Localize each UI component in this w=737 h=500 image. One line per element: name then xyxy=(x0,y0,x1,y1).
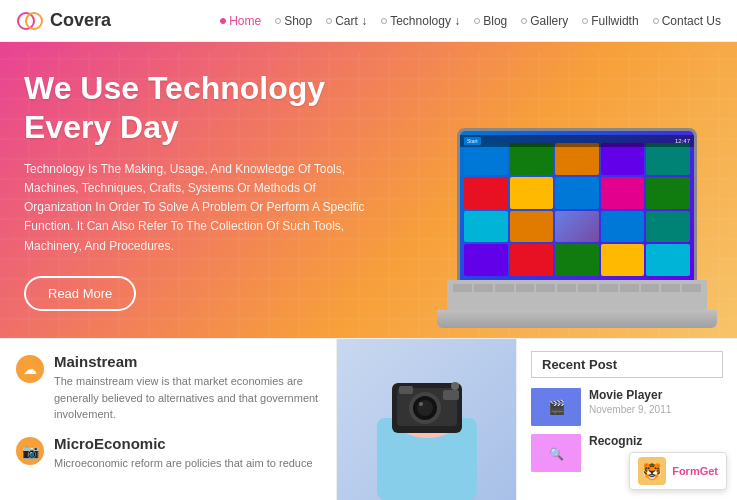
start-button: Start xyxy=(464,137,481,145)
feature-microeconomic-desc: Microeconomic reform are policies that a… xyxy=(54,455,313,472)
nav-technology[interactable]: Technology ↓ xyxy=(381,14,460,28)
tile-20 xyxy=(646,244,690,276)
tile-1 xyxy=(464,143,508,175)
post-info-recognize: Recogniz xyxy=(589,434,642,450)
post-title-recognize: Recogniz xyxy=(589,434,642,448)
svg-text:🎬: 🎬 xyxy=(548,399,566,416)
tile-15 xyxy=(646,211,690,243)
feature-mainstream-title: Mainstream xyxy=(54,353,320,370)
laptop-screen: Start 12:47 xyxy=(457,128,697,283)
tile-14 xyxy=(601,211,645,243)
nav-blog[interactable]: Blog xyxy=(474,14,507,28)
hero-description: Technology Is The Making, Usage, And Kno… xyxy=(24,160,376,256)
laptop-base xyxy=(437,310,717,328)
formget-badge: 🐯 FormGet xyxy=(629,452,727,490)
hand-camera-illustration xyxy=(347,339,507,500)
post-item-movie: 🎬 Movie Player November 9, 2011 xyxy=(531,388,723,426)
feature-mainstream-content: Mainstream The mainstream view is that m… xyxy=(54,353,320,423)
main-nav: Home Shop Cart ↓ Technology ↓ Blog Galle… xyxy=(220,14,721,28)
nav-dot xyxy=(381,18,387,24)
tile-13 xyxy=(555,211,599,243)
center-image-panel xyxy=(337,339,517,500)
tile-16 xyxy=(464,244,508,276)
hero-section: We Use TechnologyEvery Day Technology Is… xyxy=(0,42,737,338)
tile-17 xyxy=(510,244,554,276)
formget-mascot-icon: 🐯 xyxy=(638,457,666,485)
screen-tiles xyxy=(460,131,694,280)
hero-title: We Use TechnologyEvery Day xyxy=(24,69,376,146)
nav-contact[interactable]: Contact Us xyxy=(653,14,721,28)
features-panel: ☁ Mainstream The mainstream view is that… xyxy=(0,339,337,500)
svg-point-8 xyxy=(417,400,433,416)
tile-19 xyxy=(601,244,645,276)
nav-dot xyxy=(275,18,281,24)
cloud-icon: ☁ xyxy=(16,355,44,383)
tile-3 xyxy=(555,143,599,175)
svg-point-11 xyxy=(451,382,459,390)
nav-cart[interactable]: Cart ↓ xyxy=(326,14,367,28)
post-date-movie: November 9, 2011 xyxy=(589,404,671,415)
tile-11 xyxy=(464,211,508,243)
feature-microeconomic-content: MicroEconomic Microeconomic reform are p… xyxy=(54,435,313,472)
laptop-keyboard xyxy=(447,280,707,310)
nav-dot xyxy=(474,18,480,24)
nav-gallery[interactable]: Gallery xyxy=(521,14,568,28)
nav-dot xyxy=(220,18,226,24)
nav-fullwidth[interactable]: Fullwidth xyxy=(582,14,638,28)
post-info-movie: Movie Player November 9, 2011 xyxy=(589,388,671,415)
logo-text: Covera xyxy=(50,10,111,31)
tile-4 xyxy=(601,143,645,175)
hero-content: We Use TechnologyEvery Day Technology Is… xyxy=(0,42,400,338)
tile-8 xyxy=(555,177,599,209)
center-background xyxy=(337,339,516,500)
tile-6 xyxy=(464,177,508,209)
tile-12 xyxy=(510,211,554,243)
site-header: Covera Home Shop Cart ↓ Technology ↓ Blo… xyxy=(0,0,737,42)
site-logo: Covera xyxy=(16,7,111,35)
nav-dot xyxy=(326,18,332,24)
nav-home[interactable]: Home xyxy=(220,14,261,28)
nav-dot xyxy=(521,18,527,24)
nav-shop[interactable]: Shop xyxy=(275,14,312,28)
svg-rect-10 xyxy=(399,386,413,394)
feature-mainstream-desc: The mainstream view is that market econo… xyxy=(54,373,320,423)
svg-rect-12 xyxy=(443,390,459,400)
recent-post-header: Recent Post xyxy=(531,351,723,378)
bottom-section: ☁ Mainstream The mainstream view is that… xyxy=(0,338,737,500)
tile-5 xyxy=(646,143,690,175)
tile-7 xyxy=(510,177,554,209)
read-more-button[interactable]: Read More xyxy=(24,276,136,311)
nav-dot xyxy=(653,18,659,24)
tile-2 xyxy=(510,143,554,175)
screen-clock: 12:47 xyxy=(675,138,690,144)
feature-microeconomic: 📷 MicroEconomic Microeconomic reform are… xyxy=(16,435,320,472)
post-thumb-recognize: 🔍 xyxy=(531,434,581,472)
logo-icon xyxy=(16,7,44,35)
tile-9 xyxy=(601,177,645,209)
svg-text:🔍: 🔍 xyxy=(549,446,564,461)
post-title-movie: Movie Player xyxy=(589,388,671,402)
post-thumb-movie: 🎬 xyxy=(531,388,581,426)
feature-mainstream: ☁ Mainstream The mainstream view is that… xyxy=(16,353,320,423)
nav-dot xyxy=(582,18,588,24)
tile-10 xyxy=(646,177,690,209)
screen-taskbar: Start 12:47 xyxy=(460,135,694,147)
feature-microeconomic-title: MicroEconomic xyxy=(54,435,313,452)
formget-label: FormGet xyxy=(672,465,718,477)
camera-icon: 📷 xyxy=(16,437,44,465)
svg-point-9 xyxy=(419,402,423,406)
tile-18 xyxy=(555,244,599,276)
hero-laptop-image: Start 12:47 xyxy=(437,128,717,328)
